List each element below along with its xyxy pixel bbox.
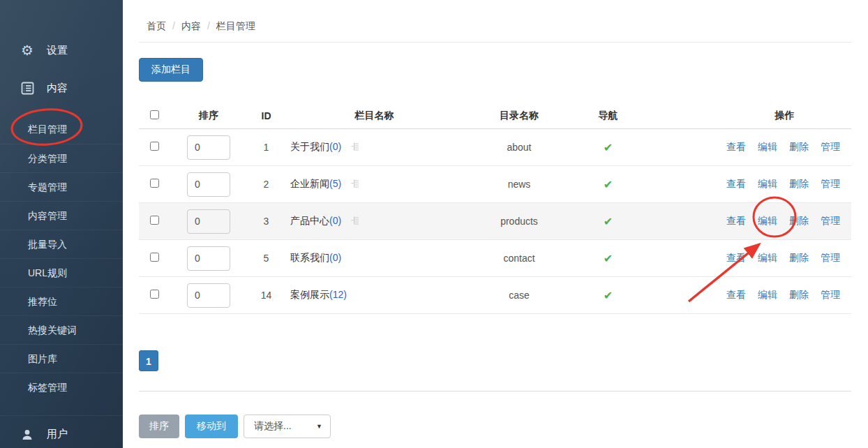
sort-input[interactable]	[187, 246, 230, 271]
row-id: 14	[247, 277, 285, 314]
view-link[interactable]: 查看	[726, 141, 746, 152]
sidebar-item-column-management[interactable]: 栏目管理	[0, 115, 123, 144]
sort-input[interactable]	[187, 283, 230, 308]
edit-link[interactable]: 编辑	[758, 252, 777, 263]
content-count-link[interactable]: (0)	[329, 252, 341, 263]
view-link[interactable]: 查看	[726, 215, 746, 226]
edit-link[interactable]: 编辑	[758, 141, 777, 152]
sidebar-item-label: 内容	[47, 82, 68, 95]
column-name: 关于我们	[290, 141, 329, 152]
table-header-row: 排序 ID 栏目名称 目录名称 导航 操作	[139, 105, 851, 129]
content-count-link[interactable]: (12)	[329, 289, 347, 300]
gear-icon: ⚙	[20, 43, 35, 57]
directory-name: case	[463, 277, 575, 314]
header-column-name: 栏目名称	[285, 105, 463, 129]
delete-link[interactable]: 删除	[789, 289, 809, 300]
directory-name: products	[463, 203, 575, 240]
manage-link[interactable]: 管理	[821, 141, 840, 152]
sidebar-item-hot-keywords[interactable]: 热搜关键词	[0, 315, 123, 344]
table-row: 14 案例展示(12) case ✔ 查看编辑删除管理	[139, 277, 851, 314]
content-count-link[interactable]: (0)	[329, 141, 341, 152]
main-content: 首页/内容/栏目管理 添加栏目 排序 ID 栏目名称 目录名称 导航 操作 1 …	[123, 0, 868, 448]
nav-check-icon: ✔	[604, 290, 613, 301]
manage-link[interactable]: 管理	[821, 289, 840, 300]
header-sort: 排序	[170, 105, 247, 129]
row-id: 1	[247, 129, 285, 166]
bulk-sort-button[interactable]: 排序	[139, 415, 179, 438]
header-id: ID	[247, 105, 285, 129]
content-submenu: 栏目管理 分类管理 专题管理 内容管理 批量导入 URL规则 推荐位 热搜关键词…	[0, 115, 123, 401]
divider	[139, 391, 851, 391]
delete-link[interactable]: 删除	[789, 141, 809, 152]
delete-link[interactable]: 删除	[789, 215, 809, 226]
edit-link[interactable]: 编辑	[758, 215, 777, 226]
column-name: 产品中心	[290, 215, 329, 226]
nav-check-icon: ✔	[604, 216, 613, 227]
view-link[interactable]: 查看	[726, 252, 746, 263]
row-id: 3	[247, 203, 285, 240]
manage-link[interactable]: 管理	[821, 252, 840, 263]
breadcrumb-home[interactable]: 首页	[147, 20, 166, 31]
header-operations: 操作	[641, 105, 851, 129]
header-nav: 导航	[575, 105, 641, 129]
sidebar-item-users[interactable]: 用户	[0, 415, 123, 448]
content-count-link[interactable]: (0)	[329, 215, 341, 226]
row-checkbox[interactable]	[150, 253, 159, 262]
user-icon	[20, 428, 35, 441]
edit-link[interactable]: 编辑	[758, 289, 777, 300]
tree-icon	[350, 215, 361, 225]
sidebar-item-label: 设置	[47, 44, 68, 57]
pagination: 1	[139, 350, 851, 371]
sidebar-item-content-management[interactable]: 内容管理	[0, 201, 123, 230]
sidebar-item-url-rules[interactable]: URL规则	[0, 258, 123, 287]
sidebar-item-image-library[interactable]: 图片库	[0, 344, 123, 373]
breadcrumb-separator: /	[207, 20, 210, 31]
directory-name: about	[463, 129, 575, 166]
row-checkbox[interactable]	[150, 216, 159, 225]
nav-check-icon: ✔	[604, 253, 613, 264]
sidebar-item-recommend-position[interactable]: 推荐位	[0, 287, 123, 315]
sidebar-item-content[interactable]: 内容	[0, 69, 123, 107]
bulk-move-button[interactable]: 移动到	[185, 415, 238, 438]
move-target-select[interactable]: 请选择... ▼	[244, 415, 331, 438]
manage-link[interactable]: 管理	[821, 178, 840, 189]
page-button-1[interactable]: 1	[139, 350, 158, 371]
breadcrumb-content[interactable]: 内容	[181, 20, 201, 31]
bulk-actions-bar: 排序 移动到 请选择... ▼	[139, 415, 851, 438]
edit-link[interactable]: 编辑	[758, 178, 777, 189]
sidebar-item-batch-import[interactable]: 批量导入	[0, 230, 123, 258]
directory-name: contact	[463, 240, 575, 277]
row-checkbox[interactable]	[150, 290, 159, 299]
nav-check-icon: ✔	[604, 142, 613, 154]
column-name: 企业新闻	[290, 178, 329, 189]
sidebar-item-settings[interactable]: ⚙ 设置	[0, 31, 123, 69]
sidebar-item-topic-management[interactable]: 专题管理	[0, 172, 123, 201]
view-link[interactable]: 查看	[726, 289, 746, 300]
content-count-link[interactable]: (5)	[329, 178, 341, 189]
column-name: 联系我们	[290, 252, 329, 263]
sidebar-item-label: 用户	[47, 428, 68, 441]
delete-link[interactable]: 删除	[789, 178, 809, 189]
sidebar-item-tag-management[interactable]: 标签管理	[0, 373, 123, 401]
view-link[interactable]: 查看	[726, 178, 746, 189]
manage-link[interactable]: 管理	[821, 215, 840, 226]
row-checkbox[interactable]	[150, 179, 159, 188]
table-row-highlighted: 3 产品中心(0) products ✔ 查看编辑删除管理	[139, 203, 851, 240]
add-column-button[interactable]: 添加栏目	[139, 58, 203, 82]
sort-input[interactable]	[187, 135, 230, 160]
table-row: 1 关于我们(0) about ✔ 查看编辑删除管理	[139, 129, 851, 166]
select-all-checkbox[interactable]	[150, 110, 159, 119]
sidebar: ⚙ 设置 内容 栏目管理 分类管理 专题管理 内容管理 批量导入 URL规则 推…	[0, 0, 123, 448]
breadcrumb: 首页/内容/栏目管理	[139, 20, 851, 43]
row-id: 5	[247, 240, 285, 277]
breadcrumb-separator: /	[172, 20, 175, 31]
sort-input[interactable]	[187, 172, 230, 197]
table-row: 2 企业新闻(5) news ✔ 查看编辑删除管理	[139, 166, 851, 203]
row-checkbox[interactable]	[150, 142, 159, 151]
delete-link[interactable]: 删除	[789, 252, 809, 263]
sort-input[interactable]	[187, 209, 230, 234]
directory-name: news	[463, 166, 575, 203]
column-name: 案例展示	[290, 289, 329, 300]
sidebar-item-category-management[interactable]: 分类管理	[0, 144, 123, 172]
nav-check-icon: ✔	[604, 179, 613, 191]
